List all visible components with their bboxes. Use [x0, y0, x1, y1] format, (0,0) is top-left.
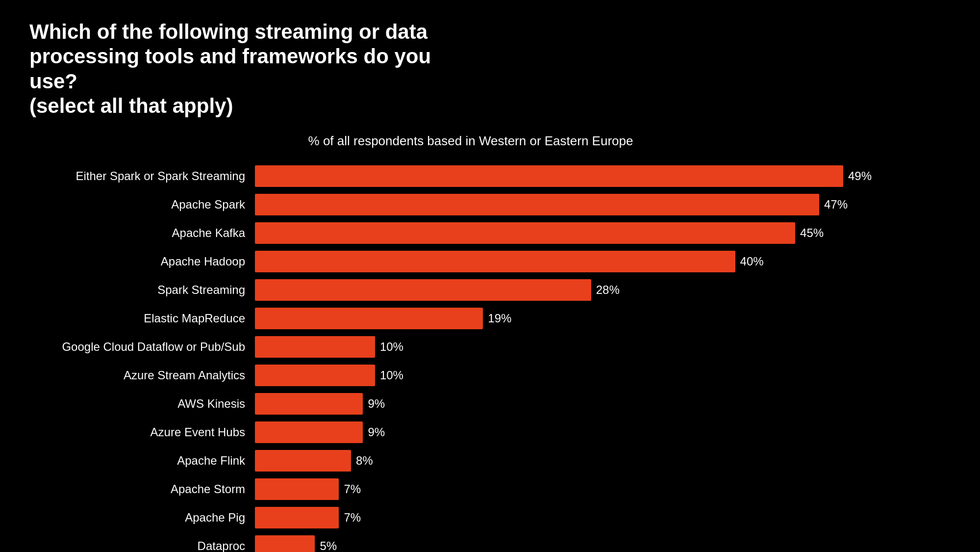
chart-subtitle: % of all respondents based in Western or… — [29, 133, 912, 149]
bar-value: 47% — [824, 198, 848, 211]
bar-row: Apache Spark47% — [39, 192, 912, 217]
bar-fill — [255, 194, 819, 215]
bar-fill — [255, 535, 315, 552]
bar-row: AWS Kinesis9% — [39, 391, 912, 417]
bar-label: Apache Kafka — [39, 226, 255, 240]
bar-track: 47% — [255, 194, 912, 215]
bar-track: 7% — [255, 507, 912, 528]
bar-row: Azure Event Hubs9% — [39, 420, 912, 445]
bar-fill — [255, 308, 483, 329]
bar-track: 9% — [255, 393, 912, 415]
bar-row: Apache Kafka45% — [39, 220, 912, 246]
bar-fill — [255, 421, 363, 443]
bar-fill — [255, 251, 735, 272]
bar-label: Spark Streaming — [39, 283, 255, 297]
bar-track: 28% — [255, 279, 912, 301]
bar-row: Apache Hadoop40% — [39, 249, 912, 274]
bar-value: 40% — [740, 255, 764, 268]
bar-label: Azure Stream Analytics — [39, 368, 255, 382]
bar-value: 7% — [344, 511, 361, 525]
bar-fill — [255, 478, 339, 500]
bar-row: Apache Pig7% — [39, 505, 912, 530]
bar-track: 19% — [255, 308, 912, 329]
bar-fill — [255, 365, 375, 386]
bar-fill — [255, 507, 339, 528]
bar-label: Apache Spark — [39, 198, 255, 211]
bar-row: Elastic MapReduce19% — [39, 306, 912, 331]
bar-row: Apache Flink8% — [39, 448, 912, 473]
chart-container: % of all respondents based in Western or… — [29, 133, 912, 552]
bar-value: 9% — [368, 397, 385, 411]
bar-value: 7% — [344, 482, 361, 496]
bar-label: Elastic MapReduce — [39, 312, 255, 325]
bar-value: 10% — [380, 340, 403, 354]
bar-track: 10% — [255, 336, 912, 358]
bar-label: AWS Kinesis — [39, 397, 255, 411]
bar-label: Dataproc — [39, 539, 255, 552]
bar-row: Dataproc5% — [39, 533, 912, 552]
bar-row: Azure Stream Analytics10% — [39, 363, 912, 388]
bar-label: Apache Flink — [39, 454, 255, 468]
bar-track: 10% — [255, 365, 912, 386]
bar-value: 8% — [356, 454, 373, 468]
page-title: Which of the following streaming or data… — [29, 20, 471, 119]
bar-value: 19% — [488, 312, 511, 325]
bar-row: Spark Streaming28% — [39, 277, 912, 303]
bar-row: Either Spark or Spark Streaming49% — [39, 163, 912, 189]
bar-track: 8% — [255, 450, 912, 472]
bar-fill — [255, 279, 591, 301]
bar-fill — [255, 222, 795, 244]
bar-track: 40% — [255, 251, 912, 272]
bar-value: 45% — [800, 226, 824, 240]
bar-value: 10% — [380, 368, 403, 382]
bar-fill — [255, 165, 843, 187]
bar-fill — [255, 450, 351, 472]
bar-value: 5% — [320, 539, 337, 552]
bar-value: 49% — [848, 169, 872, 183]
bar-track: 7% — [255, 478, 912, 500]
bar-track: 49% — [255, 165, 912, 187]
bar-row: Apache Storm7% — [39, 476, 912, 502]
bar-value: 9% — [368, 425, 385, 439]
bar-label: Google Cloud Dataflow or Pub/Sub — [39, 340, 255, 354]
bar-label: Apache Pig — [39, 511, 255, 525]
bar-value: 28% — [596, 283, 620, 297]
bar-track: 45% — [255, 222, 912, 244]
bar-chart: Either Spark or Spark Streaming49%Apache… — [29, 163, 912, 552]
bar-label: Either Spark or Spark Streaming — [39, 169, 255, 183]
bar-row: Google Cloud Dataflow or Pub/Sub10% — [39, 334, 912, 360]
bar-label: Apache Storm — [39, 482, 255, 496]
bar-fill — [255, 336, 375, 358]
bar-label: Azure Event Hubs — [39, 425, 255, 439]
bar-track: 5% — [255, 535, 912, 552]
bar-track: 9% — [255, 421, 912, 443]
bar-label: Apache Hadoop — [39, 255, 255, 268]
bar-fill — [255, 393, 363, 415]
